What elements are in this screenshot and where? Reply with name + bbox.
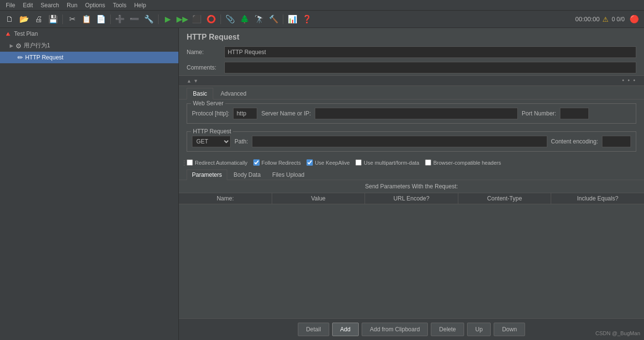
remote-button[interactable]: 🔴: [628, 13, 641, 26]
sidebar: 🔺 Test Plan ▶ ⚙ 用户行为1 ✏ HTTP Request: [0, 28, 179, 340]
open-button[interactable]: 📂: [17, 13, 31, 26]
main-layout: 🔺 Test Plan ▶ ⚙ 用户行为1 ✏ HTTP Request HTT…: [0, 28, 644, 340]
params-table-header: Send Parameters With the Request:: [179, 180, 644, 193]
watermark: CSDN @_BugMan: [596, 330, 640, 336]
separator-3: [158, 14, 159, 24]
divider-row: ▲ ▼ • • •: [179, 75, 644, 86]
help-button[interactable]: ❓: [300, 13, 314, 26]
menu-tools[interactable]: Tools: [109, 1, 130, 10]
start-button[interactable]: ▶: [161, 13, 175, 26]
params-table: Send Parameters With the Request: Name: …: [179, 180, 644, 318]
encoding-input[interactable]: [602, 136, 631, 147]
panel-title: HTTP Request: [179, 28, 644, 44]
keepalive-checkbox-label[interactable]: Use KeepAlive: [307, 159, 350, 166]
sidebar-item-usergroup-label: 用户行为1: [24, 42, 50, 50]
shutdown-button[interactable]: ⭕: [205, 13, 218, 26]
sidebar-item-httprequest-label: HTTP Request: [25, 54, 63, 61]
sidebar-item-testplan[interactable]: 🔺 Test Plan: [0, 28, 178, 40]
menu-run[interactable]: Run: [63, 1, 81, 10]
col-name: Name:: [179, 193, 272, 204]
path-label: Path:: [234, 138, 248, 145]
add-from-clipboard-button[interactable]: Add from Clipboard: [362, 323, 428, 336]
paste-button[interactable]: 📄: [94, 13, 108, 26]
divider-menu[interactable]: • • •: [622, 77, 636, 84]
save-button[interactable]: 🖨: [32, 13, 45, 26]
add-button[interactable]: ➕: [113, 13, 127, 26]
save-file-button[interactable]: 💾: [46, 13, 60, 26]
menu-file[interactable]: File: [2, 1, 19, 10]
multipart-checkbox-label[interactable]: Use multipart/form-data: [355, 159, 419, 166]
sub-tabs: Parameters Body Data Files Upload: [179, 168, 644, 180]
hammer-button[interactable]: 🔨: [267, 13, 280, 26]
server-input[interactable]: [315, 108, 518, 119]
httprequest-icon: ✏: [17, 54, 23, 61]
remove-button[interactable]: ➖: [128, 13, 141, 26]
name-label: Name:: [187, 49, 220, 56]
browser-compat-checkbox[interactable]: [425, 159, 431, 166]
protocol-label: Protocol [http]:: [192, 110, 229, 117]
sidebar-item-httprequest[interactable]: ✏ HTTP Request: [0, 52, 178, 63]
add-button-bottom[interactable]: Add: [332, 323, 359, 336]
keepalive-checkbox[interactable]: [307, 159, 313, 166]
col-includeequals: Include Equals?: [551, 193, 644, 204]
path-input[interactable]: [252, 136, 547, 147]
collapse-down-arrow[interactable]: ▼: [193, 78, 198, 84]
browser-compat-checkbox-label[interactable]: Browser-compatible headers: [425, 159, 501, 166]
expand-icon: ▶: [10, 43, 14, 48]
timer-display: 00:00:00: [575, 15, 600, 23]
comments-row: Comments:: [179, 60, 644, 75]
table-header-row: Name: Value URL Encode? Content-Type Inc…: [179, 193, 644, 204]
follow-redirect-checkbox-label[interactable]: Follow Redirects: [253, 159, 301, 166]
follow-redirect-label: Follow Redirects: [262, 160, 301, 166]
tab-basic[interactable]: Basic: [187, 88, 213, 99]
redirect-label: Redirect Automatically: [195, 160, 248, 166]
detail-button[interactable]: Detail: [298, 323, 329, 336]
menu-search[interactable]: Search: [37, 1, 63, 10]
sub-tab-bodydata[interactable]: Body Data: [228, 170, 266, 180]
up-button[interactable]: Up: [467, 323, 491, 336]
stop-button[interactable]: ⬛: [190, 13, 204, 26]
menu-edit[interactable]: Edit: [19, 1, 37, 10]
web-server-fieldset: Web Server Protocol [http]: Server Name …: [187, 103, 636, 124]
comments-label: Comments:: [187, 64, 220, 71]
clipboard-button[interactable]: 📎: [223, 13, 237, 26]
tab-advanced[interactable]: Advanced: [214, 88, 252, 99]
tree-button[interactable]: 🌲: [238, 13, 251, 26]
http-method-row: GET POST PUT DELETE PATCH HEAD OPTIONS P…: [192, 136, 631, 147]
new-button[interactable]: 🗋: [3, 13, 16, 26]
start-no-pause-button[interactable]: ▶▶: [176, 13, 189, 26]
http-request-fieldset: HTTP Request GET POST PUT DELETE PATCH H…: [187, 131, 636, 152]
binoculars-button[interactable]: 🔭: [252, 13, 266, 26]
menu-bar: File Edit Search Run Options Tools Help: [0, 0, 644, 11]
collapse-up-arrow[interactable]: ▲: [187, 78, 191, 84]
down-button[interactable]: Down: [494, 323, 525, 336]
sidebar-item-usergroup[interactable]: ▶ ⚙ 用户行为1: [0, 40, 178, 52]
name-input[interactable]: [224, 46, 636, 58]
multipart-checkbox[interactable]: [355, 159, 362, 166]
multipart-label: Use multipart/form-data: [364, 160, 419, 166]
expand-button[interactable]: 📊: [286, 13, 299, 26]
separator-2: [110, 14, 111, 24]
follow-redirect-checkbox[interactable]: [253, 159, 260, 166]
http-request-section: HTTP Request GET POST PUT DELETE PATCH H…: [179, 131, 644, 157]
drag-handle[interactable]: ⋮: [181, 159, 188, 167]
web-server-section: Web Server Protocol [http]: Server Name …: [179, 99, 644, 131]
comments-input[interactable]: [224, 62, 636, 73]
copy-button[interactable]: 📋: [80, 13, 93, 26]
delete-button[interactable]: Delete: [431, 323, 464, 336]
http-request-legend: HTTP Request: [191, 128, 233, 135]
checkboxes-row: ⋮ Redirect Automatically Follow Redirect…: [179, 157, 644, 168]
protocol-input[interactable]: [233, 108, 257, 119]
menu-help[interactable]: Help: [130, 1, 150, 10]
menu-options[interactable]: Options: [81, 1, 109, 10]
redirect-checkbox-label[interactable]: Redirect Automatically: [187, 159, 248, 166]
content-scroll: Web Server Protocol [http]: Server Name …: [179, 99, 644, 318]
settings-button[interactable]: 🔧: [142, 13, 156, 26]
method-select[interactable]: GET POST PUT DELETE PATCH HEAD OPTIONS: [192, 136, 231, 147]
sub-tab-filesupload[interactable]: Files Upload: [267, 170, 310, 180]
toolbar: 🗋 📂 🖨 💾 ✂ 📋 📄 ➕ ➖ 🔧 ▶ ▶▶ ⬛ ⭕ 📎 🌲 🔭 🔨 📊 ❓…: [0, 11, 644, 28]
sub-tab-parameters[interactable]: Parameters: [187, 170, 227, 180]
sidebar-item-label: Test Plan: [14, 30, 38, 37]
cut-button[interactable]: ✂: [65, 13, 79, 26]
port-input[interactable]: [560, 108, 589, 119]
